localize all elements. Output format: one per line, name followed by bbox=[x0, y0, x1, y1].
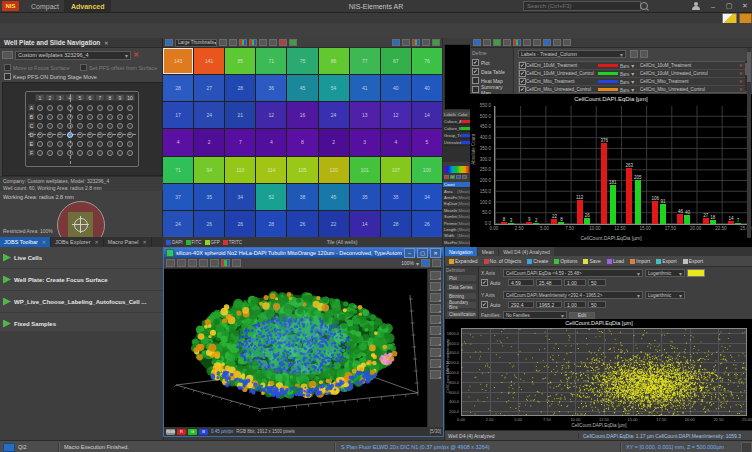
well-E10[interactable] bbox=[127, 141, 133, 147]
search-input[interactable] bbox=[523, 1, 641, 11]
well-A9[interactable] bbox=[117, 105, 123, 111]
heatmap-tile-1-7[interactable]: 40 bbox=[381, 75, 411, 101]
series-style-dropdown[interactable]: Bars bbox=[620, 70, 640, 77]
new-graph-icon[interactable] bbox=[483, 39, 491, 46]
heatmap-tile-3-2[interactable]: 7 bbox=[225, 129, 255, 155]
well-C8[interactable] bbox=[107, 123, 113, 129]
series-row-cellcnt-10um-treatment[interactable]: CellCnt_10uM_TreatmentBarsCellCnt_10uM_T… bbox=[519, 62, 745, 70]
heatmap-tile-4-7[interactable]: 107 bbox=[381, 157, 411, 183]
image-window-titlebar[interactable]: silicon-40X spheroid No2 HeLa-DAPI Tubul… bbox=[164, 248, 443, 258]
channel-toggle-r[interactable]: R bbox=[177, 429, 186, 435]
tab-macro-panel[interactable]: Macro Panel bbox=[104, 237, 152, 247]
close-button[interactable]: ✕ bbox=[738, 0, 752, 12]
graph-view-data-table[interactable]: Data Table bbox=[472, 67, 511, 76]
heatmap-tile-2-2[interactable]: 21 bbox=[225, 102, 255, 128]
maximize-button[interactable]: ▢ bbox=[722, 0, 736, 12]
well-F7[interactable] bbox=[97, 150, 103, 156]
channel-chip-tritc[interactable]: TRITC bbox=[223, 240, 242, 245]
zoom-in-icon[interactable] bbox=[553, 39, 561, 46]
heatmap-tile-3-5[interactable]: 2 bbox=[319, 129, 349, 155]
add-series-button[interactable] bbox=[630, 50, 638, 58]
well-F8[interactable] bbox=[107, 150, 113, 156]
text-tool-icon[interactable] bbox=[430, 326, 441, 335]
series-row-cellcnt-10um-untreated-control[interactable]: CellCnt_10uM_Untreated_ControlBarsCellCn… bbox=[519, 70, 745, 78]
scalebar-icon[interactable] bbox=[232, 259, 241, 267]
rect-tool-icon[interactable] bbox=[430, 293, 441, 302]
well-A10[interactable] bbox=[127, 105, 133, 111]
x-max-field[interactable]: 25.48 bbox=[536, 279, 562, 286]
toolbar-button-export-8[interactable]: Export bbox=[681, 258, 705, 264]
heatmap-tile-4-1[interactable]: 94 bbox=[194, 157, 224, 183]
remove-series-button[interactable] bbox=[640, 50, 648, 58]
heatmap-tile-2-4[interactable]: 16 bbox=[287, 102, 317, 128]
heatmap-tile-2-5[interactable]: 24 bbox=[319, 102, 349, 128]
image-tool-icon[interactable] bbox=[430, 359, 441, 368]
heatmap-tile-2-7[interactable]: 12 bbox=[381, 102, 411, 128]
well-C2[interactable] bbox=[47, 123, 53, 129]
channel-toggle-b[interactable]: B bbox=[199, 429, 208, 435]
label-row-culture-a[interactable]: Culture_A bbox=[443, 118, 471, 125]
wellplate-preset-dropdown[interactable]: Custom wellplates 323296_4 bbox=[15, 51, 131, 60]
well-B2[interactable] bbox=[47, 114, 53, 120]
pointer-tool-icon[interactable] bbox=[430, 271, 441, 280]
heatmap-tile-4-0[interactable]: 71 bbox=[163, 157, 193, 183]
channel-toggle-rgb[interactable]: RGB bbox=[166, 429, 175, 435]
heatmap-tile-6-3[interactable]: 28 bbox=[256, 211, 286, 237]
well-F6[interactable] bbox=[87, 150, 93, 156]
well-A7[interactable] bbox=[97, 105, 103, 111]
well-C10[interactable] bbox=[127, 123, 133, 129]
x-min-field[interactable]: 4.59 bbox=[508, 279, 534, 286]
delete-preset-icon[interactable]: ✕ bbox=[133, 51, 139, 59]
close-icon[interactable] bbox=[100, 39, 108, 46]
well-C3[interactable] bbox=[57, 123, 63, 129]
well-E6[interactable] bbox=[87, 141, 93, 147]
heatmap-tile-6-0[interactable]: 24 bbox=[163, 211, 193, 237]
scatter-tab-mean[interactable]: Mean bbox=[478, 247, 499, 256]
well-C5[interactable] bbox=[77, 123, 83, 129]
heatmap-tile-0-2[interactable]: 85 bbox=[225, 48, 255, 74]
toolbar-button-save-4[interactable]: Save bbox=[581, 258, 602, 264]
well-E7[interactable] bbox=[97, 141, 103, 147]
view-grid-icon[interactable] bbox=[165, 39, 173, 46]
y-max-field[interactable]: 1965.2 bbox=[536, 301, 562, 308]
series-style-dropdown[interactable]: Bars bbox=[620, 86, 640, 93]
y-min-field[interactable]: 292.4 bbox=[508, 301, 534, 308]
well-preview-image[interactable] bbox=[444, 44, 471, 110]
well-A6[interactable] bbox=[87, 105, 93, 111]
series-style-dropdown[interactable]: Bars bbox=[620, 62, 640, 69]
tab-compact[interactable]: Compact bbox=[24, 0, 66, 12]
heatmap-tile-0-6[interactable]: 77 bbox=[350, 48, 380, 74]
heatmap-tile-1-4[interactable]: 45 bbox=[287, 75, 317, 101]
heatmap-tile-2-6[interactable]: 13 bbox=[350, 102, 380, 128]
x-step-field[interactable]: 1.00 bbox=[564, 279, 586, 286]
heatmap-tile-0-8[interactable]: 76 bbox=[412, 48, 442, 74]
heatmap-tile-6-7[interactable]: 28 bbox=[381, 211, 411, 237]
well-E2[interactable] bbox=[47, 141, 53, 147]
navigate-icon[interactable] bbox=[473, 39, 481, 46]
label-row-group-treatment[interactable]: Group_Treatment bbox=[443, 132, 471, 139]
well-C6[interactable] bbox=[87, 123, 93, 129]
heatmap-tile-6-6[interactable]: 14 bbox=[350, 211, 380, 237]
channel-chip-fitc[interactable]: FITC bbox=[186, 240, 202, 245]
heatmap-tile-5-7[interactable]: 35 bbox=[381, 184, 411, 210]
well-F9[interactable] bbox=[117, 150, 123, 156]
volume-view[interactable] bbox=[164, 269, 427, 427]
filter-icon[interactable] bbox=[269, 39, 277, 46]
close-icon[interactable] bbox=[38, 239, 46, 245]
graph-view-plot[interactable]: Plot bbox=[472, 58, 511, 67]
close-icon[interactable] bbox=[139, 239, 147, 245]
pointer-icon[interactable] bbox=[166, 259, 175, 267]
heatmap-tile-1-1[interactable]: 27 bbox=[194, 75, 224, 101]
restore-button[interactable]: ▢ bbox=[417, 248, 428, 258]
well-A2[interactable] bbox=[47, 105, 53, 111]
heatmap-tile-4-3[interactable]: 114 bbox=[256, 157, 286, 183]
label-row-untreated-control[interactable]: Untreated_Control bbox=[443, 139, 471, 146]
y-step-field[interactable]: 1.00 bbox=[564, 301, 586, 308]
well-F2[interactable] bbox=[47, 150, 53, 156]
scatter-section-classification[interactable]: Classification bbox=[446, 310, 477, 318]
lut-green-icon[interactable] bbox=[450, 175, 455, 179]
wellplate-icon[interactable] bbox=[2, 51, 13, 59]
set-pfs-offset-checkbox[interactable]: Set PFS offset from Surface bbox=[80, 64, 157, 71]
well-E9[interactable] bbox=[117, 141, 123, 147]
scatter-tab-well-d4-4-analyzed[interactable]: Well D4 (4) Analyzed bbox=[499, 247, 554, 256]
